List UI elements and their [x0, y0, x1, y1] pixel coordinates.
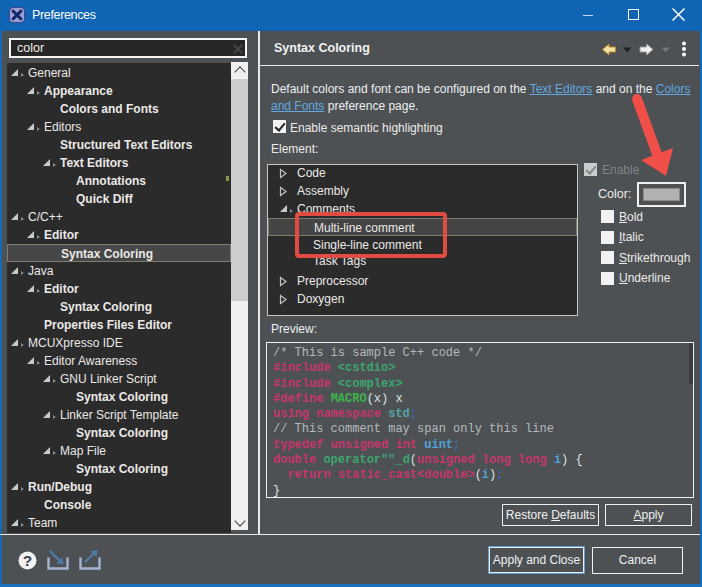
svg-text:?: ? [23, 552, 32, 569]
